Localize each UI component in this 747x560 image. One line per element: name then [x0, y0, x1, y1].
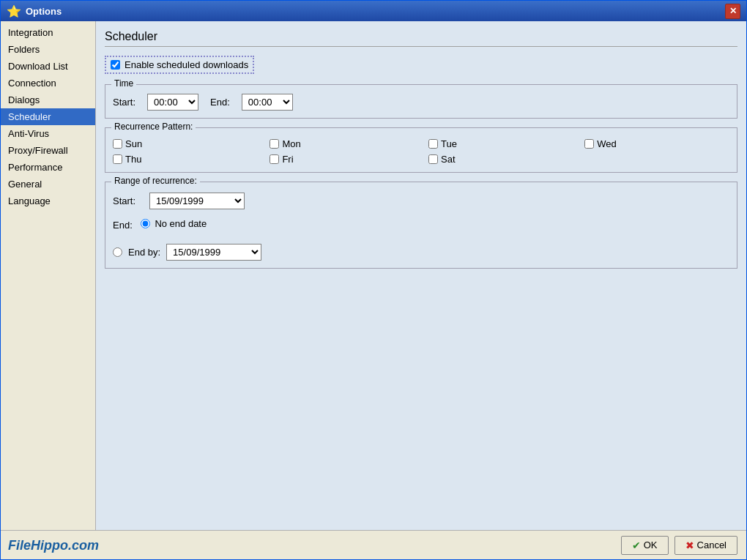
recurrence-grid: Sun Mon Tue Wed [113, 132, 729, 165]
end-label: End: [210, 97, 230, 108]
day-sun-checkbox[interactable] [113, 139, 122, 149]
watermark-text: FileHippo.com [8, 538, 99, 553]
day-fri-checkbox[interactable] [270, 154, 279, 164]
cancel-label: Cancel [697, 540, 726, 550]
day-tue-checkbox[interactable] [428, 139, 438, 149]
sidebar-item-downloadlist[interactable]: Download List [1, 58, 95, 75]
start-label: Start: [113, 97, 135, 108]
end-by-radio[interactable] [113, 247, 122, 257]
ok-icon: ✔ [632, 540, 641, 551]
enable-scheduled-label[interactable]: Enable scheduled downloads [105, 56, 254, 74]
window-footer: FileHippo.com ✔ OK ✖ Cancel [1, 530, 746, 559]
range-legend: Range of recurrence: [111, 176, 200, 186]
end-by-select[interactable]: 15/09/1999 [166, 244, 261, 261]
title-bar-icon: ⭐ [7, 4, 21, 18]
day-thu-checkbox[interactable] [113, 154, 122, 164]
end-section-label: End: [113, 220, 133, 231]
range-content: Start: 15/09/1999 End: No end date [113, 187, 729, 261]
enable-scheduled-text: Enable scheduled downloads [124, 59, 248, 70]
sidebar-item-scheduler[interactable]: Scheduler [1, 108, 95, 125]
day-wed-label[interactable]: Wed [584, 138, 729, 149]
range-fieldset: Range of recurrence: Start: 15/09/1999 E… [105, 182, 737, 269]
sidebar-item-performance[interactable]: Performance [1, 159, 95, 176]
close-button[interactable]: ✕ [725, 4, 740, 19]
time-fieldset: Time Start: 00:00 01:00 06:00 12:00 18:0… [105, 84, 737, 119]
cancel-icon: ✖ [685, 540, 694, 551]
time-legend: Time [111, 78, 136, 89]
day-fri-text: Fri [282, 154, 293, 165]
ok-button[interactable]: ✔ OK [621, 536, 669, 555]
sidebar-item-connection[interactable]: Connection [1, 75, 95, 92]
footer-buttons: ✔ OK ✖ Cancel [1, 531, 746, 559]
sidebar: IntegrationFoldersDownload ListConnectio… [1, 21, 96, 530]
day-wed-text: Wed [597, 138, 617, 149]
ok-label: OK [644, 540, 658, 550]
cancel-button[interactable]: ✖ Cancel [674, 536, 737, 555]
day-wed-checkbox[interactable] [584, 139, 594, 149]
sidebar-item-antivirus[interactable]: Anti-Virus [1, 125, 95, 142]
range-start-label: Start: [113, 195, 142, 206]
sidebar-item-language[interactable]: Language [1, 193, 95, 209]
day-sat-label[interactable]: Sat [428, 154, 570, 165]
enable-scheduled-checkbox[interactable] [111, 60, 120, 70]
recurrence-legend: Recurrence Pattern: [111, 122, 196, 132]
sidebar-item-dialogs[interactable]: Dialogs [1, 92, 95, 108]
end-time-select[interactable]: 00:00 01:00 06:00 12:00 18:00 [242, 94, 293, 111]
day-mon-label[interactable]: Mon [270, 138, 414, 149]
recurrence-fieldset: Recurrence Pattern: Sun Mon Tue [105, 127, 737, 173]
end-by-text: End by: [128, 247, 160, 258]
sidebar-item-proxyfirewall[interactable]: Proxy/Firewall [1, 142, 95, 159]
no-end-text: No end date [155, 218, 207, 229]
section-title: Scheduler [105, 30, 737, 47]
sidebar-item-folders[interactable]: Folders [1, 41, 95, 58]
no-end-row: No end date [141, 218, 207, 229]
start-time-select[interactable]: 00:00 01:00 06:00 12:00 18:00 [147, 94, 198, 111]
day-sat-checkbox[interactable] [428, 154, 438, 164]
range-start-row: Start: 15/09/1999 [113, 193, 729, 209]
sidebar-item-integration[interactable]: Integration [1, 24, 95, 41]
end-section: End: No end date End by: 15/09/1999 [113, 218, 729, 261]
day-mon-text: Mon [282, 138, 300, 149]
day-sat-text: Sat [441, 154, 456, 165]
window-body: IntegrationFoldersDownload ListConnectio… [1, 21, 746, 530]
day-tue-label[interactable]: Tue [428, 138, 570, 149]
time-row: Start: 00:00 01:00 06:00 12:00 18:00 End… [113, 89, 729, 111]
content-area: Scheduler Enable scheduled downloads Tim… [96, 21, 746, 530]
day-mon-checkbox[interactable] [270, 139, 279, 149]
main-window: ⭐ Options ✕ IntegrationFoldersDownload L… [0, 0, 747, 560]
day-fri-label[interactable]: Fri [270, 154, 414, 165]
title-bar-text: Options [26, 6, 725, 17]
day-tue-text: Tue [441, 138, 457, 149]
day-thu-text: Thu [125, 154, 141, 165]
no-end-radio[interactable] [141, 219, 150, 228]
day-sun-text: Sun [125, 138, 142, 149]
watermark: FileHippo.com [8, 538, 99, 553]
title-bar: ⭐ Options ✕ [1, 1, 746, 21]
range-start-select[interactable]: 15/09/1999 [149, 193, 245, 209]
day-sun-label[interactable]: Sun [113, 138, 255, 149]
sidebar-item-general[interactable]: General [1, 176, 95, 193]
end-by-row: End by: 15/09/1999 [113, 244, 729, 261]
day-thu-label[interactable]: Thu [113, 154, 255, 165]
